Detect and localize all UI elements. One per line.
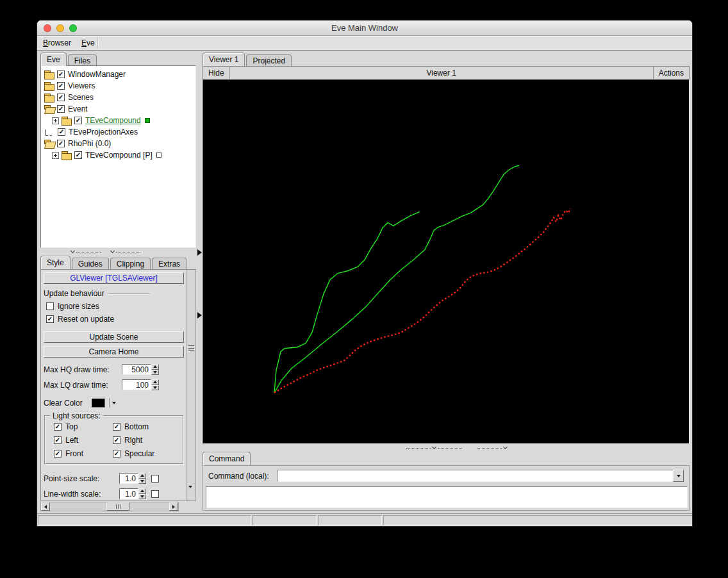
tree-checkbox[interactable]: ✓: [57, 82, 65, 90]
glviewer-link-button[interactable]: GLViewer [TGLSAViewer]: [44, 272, 184, 284]
panel-expand-right-icon[interactable]: [197, 249, 202, 256]
desktop: { "window": { "title": "Eve Main Window"…: [0, 0, 728, 578]
tab-clipping[interactable]: Clipping: [110, 258, 151, 269]
tree-item-rhophi[interactable]: ✓ RhoPhi (0.0): [41, 138, 195, 149]
folder-icon: [44, 70, 54, 79]
tree-item-windowmanager[interactable]: ✓ WindowManager: [41, 69, 195, 80]
line-width-spinner[interactable]: 1.0: [119, 488, 146, 499]
light-bottom-checkbox[interactable]: ✓: [113, 423, 120, 431]
spin-up-button[interactable]: [151, 364, 159, 370]
tree-item-teveprojectionaxes[interactable]: ✓ TEveProjectionAxes: [41, 126, 195, 138]
point-size-value[interactable]: 1.0: [119, 473, 138, 484]
green-track-a[interactable]: [274, 211, 420, 392]
gl-viewport[interactable]: [203, 79, 690, 444]
hide-button[interactable]: Hide: [203, 67, 230, 79]
ignore-sizes-checkbox[interactable]: [46, 302, 54, 310]
tree-item-scenes[interactable]: ✓ Scenes: [41, 92, 195, 103]
tab-eve[interactable]: Eve: [40, 53, 67, 66]
splitter-handle[interactable]: [406, 447, 462, 449]
light-front-checkbox[interactable]: ✓: [54, 450, 62, 458]
light-front: ✓Front: [54, 449, 113, 458]
tree-item-tevecompound-p[interactable]: ✓ TEveCompound [P]: [41, 149, 195, 161]
light-left: ✓Left: [54, 436, 113, 445]
tab-projected[interactable]: Projected: [246, 54, 292, 66]
light-right-checkbox[interactable]: ✓: [113, 436, 120, 444]
spin-down-button[interactable]: [138, 494, 146, 500]
tab-viewer-1[interactable]: Viewer 1: [203, 53, 245, 66]
tree-checkbox[interactable]: ✓: [57, 105, 65, 113]
line-width-checkbox[interactable]: [151, 490, 159, 498]
scroll-down-button[interactable]: [188, 488, 192, 497]
command-input[interactable]: [277, 470, 673, 482]
tree-item-label: TEveCompound [P]: [85, 151, 153, 160]
tab-guides[interactable]: Guides: [72, 258, 109, 269]
tree-checkbox[interactable]: ✓: [57, 94, 65, 101]
max-lq-spinner[interactable]: 100: [122, 379, 159, 390]
tab-files[interactable]: Files: [68, 54, 97, 66]
horizontal-scrollbar[interactable]: [40, 502, 179, 511]
panel-expand-right-icon[interactable]: [197, 312, 202, 318]
tree-item-label: Scenes: [68, 93, 94, 102]
light-left-checkbox[interactable]: ✓: [54, 436, 62, 444]
point-size-spinner[interactable]: 1.0: [119, 473, 146, 484]
tab-command-label: Command: [209, 454, 244, 463]
command-output[interactable]: [206, 486, 688, 508]
expander-plus-icon[interactable]: [52, 152, 59, 159]
triangle-down-icon: [677, 475, 681, 477]
point-size-checkbox[interactable]: [151, 475, 159, 483]
splitter-grip-icon[interactable]: [188, 345, 194, 351]
spin-up-button[interactable]: [138, 473, 146, 479]
chevron-down-icon: [503, 445, 508, 449]
splitter-handle[interactable]: [477, 447, 507, 449]
tree-checkbox[interactable]: ✓: [57, 140, 65, 147]
tab-style[interactable]: Style: [40, 256, 70, 269]
close-window-button[interactable]: [44, 24, 51, 32]
color-dropdown-arrow-icon[interactable]: [112, 402, 116, 404]
light-specular-checkbox[interactable]: ✓: [113, 450, 120, 458]
style-editor-panel: GLViewer [TGLSAViewer] Update behaviour …: [40, 269, 196, 501]
green-track-b[interactable]: [274, 165, 519, 393]
scroll-left-button[interactable]: [41, 502, 50, 511]
actions-button[interactable]: Actions: [653, 67, 689, 79]
red-track[interactable]: [274, 208, 570, 393]
menu-eve[interactable]: Eve: [81, 38, 95, 47]
splitter-handle[interactable]: [71, 251, 101, 252]
tree-item-event[interactable]: ✓ Event: [41, 103, 195, 115]
light-top-checkbox[interactable]: ✓: [54, 423, 62, 431]
spin-down-button[interactable]: [138, 479, 146, 484]
spin-up-button[interactable]: [151, 379, 159, 385]
tab-command[interactable]: Command: [203, 452, 251, 465]
max-hq-value[interactable]: 5000: [122, 364, 151, 375]
splitter-handle[interactable]: [111, 251, 140, 252]
reset-on-update-checkbox[interactable]: ✓: [46, 315, 54, 323]
update-scene-button[interactable]: Update Scene: [44, 331, 184, 343]
expander-plus-icon[interactable]: [52, 117, 59, 124]
zoom-window-button[interactable]: [69, 24, 77, 32]
max-hq-spinner[interactable]: 5000: [122, 364, 159, 375]
line-width-value[interactable]: 1.0: [119, 488, 138, 499]
scrollbar-thumb[interactable]: [106, 502, 129, 511]
tab-extras[interactable]: Extras: [152, 258, 186, 269]
tree-item-tevecompound[interactable]: ✓ TEveCompound: [41, 115, 195, 126]
tree-checkbox[interactable]: ✓: [58, 128, 65, 136]
tree-checkbox[interactable]: ✓: [57, 70, 65, 78]
titlebar[interactable]: Eve Main Window: [37, 21, 692, 36]
minimize-window-button[interactable]: [56, 24, 64, 32]
spin-down-button[interactable]: [151, 385, 159, 391]
command-input-combo[interactable]: [277, 470, 684, 482]
menu-browser[interactable]: Browser: [43, 38, 71, 47]
tree-item-viewers[interactable]: ✓ Viewers: [41, 80, 195, 92]
tree-checkbox[interactable]: ✓: [74, 151, 82, 159]
tree-editor-splitter[interactable]: [40, 248, 196, 256]
scrollbar-track[interactable]: [50, 502, 169, 511]
tree-checkbox[interactable]: ✓: [74, 117, 82, 124]
combo-dropdown-button[interactable]: [673, 470, 684, 482]
camera-home-button[interactable]: Camera Home: [44, 346, 184, 358]
clear-color-swatch[interactable]: [91, 398, 105, 408]
scroll-right-button[interactable]: [169, 502, 178, 511]
viewer-command-splitter[interactable]: [203, 444, 690, 452]
spin-up-button[interactable]: [138, 488, 146, 494]
light-left-label: Left: [65, 436, 78, 445]
spin-down-button[interactable]: [151, 370, 159, 376]
max-lq-value[interactable]: 100: [122, 379, 151, 390]
